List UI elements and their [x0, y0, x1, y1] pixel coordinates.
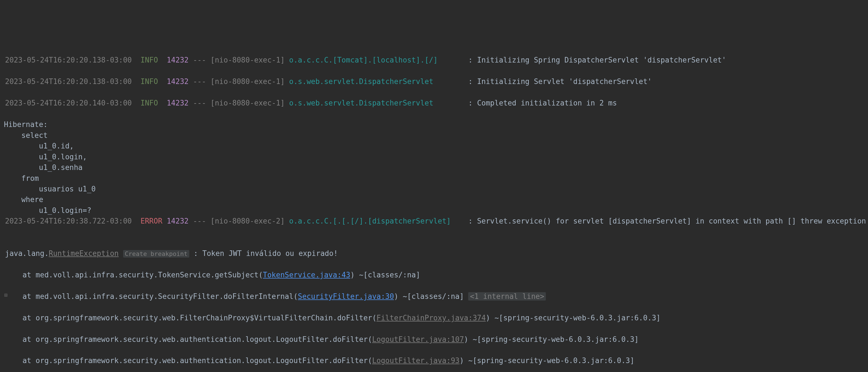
log-level: INFO	[141, 77, 162, 86]
sql-line: u1_0.login,	[4, 153, 87, 161]
pid: 14232	[167, 217, 188, 225]
log-line: 2023-05-24T16:20:20.140-03:00 INFO 14232…	[4, 98, 868, 108]
thread-name: [nio-8080-exec-2]	[211, 217, 285, 225]
log-line: 2023-05-24T16:20:20.138-03:00 INFO 14232…	[4, 55, 868, 65]
log-message: : Completed initialization in 2 ms	[464, 99, 617, 107]
source-link[interactable]: FilterChainProxy.java:374	[377, 314, 486, 322]
timestamp: 2023-05-24T16:20:38.722-03:00	[5, 217, 132, 225]
thread-name: [nio-8080-exec-1]	[211, 99, 285, 107]
logger-name: o.s.web.servlet.DispatcherServlet	[289, 77, 464, 86]
log-message: : Initializing Servlet 'dispatcherServle…	[464, 77, 652, 86]
stack-frame: at org.springframework.security.web.auth…	[4, 334, 868, 345]
log-level: ERROR	[141, 217, 162, 225]
sql-line: u1_0.id,	[4, 142, 74, 150]
sql-line: u1_0.login=?	[4, 206, 91, 215]
stack-frame: ⊞ at med.voll.api.infra.security.Securit…	[4, 291, 868, 302]
thread-name: [nio-8080-exec-1]	[211, 77, 285, 86]
sql-line: usuarios u1_0	[4, 185, 96, 193]
exception-class[interactable]: RuntimeException	[49, 249, 119, 257]
log-level: INFO	[141, 99, 162, 107]
log-line: 2023-05-24T16:20:38.722-03:00 ERROR 1423…	[4, 216, 868, 226]
timestamp: 2023-05-24T16:20:20.140-03:00	[5, 99, 132, 107]
log-level: INFO	[141, 56, 162, 64]
create-breakpoint-button[interactable]: Create breakpoint	[123, 250, 189, 257]
stack-frame-suffix: ) ~[spring-security-web-6.0.3.jar:6.0.3]	[464, 335, 639, 344]
collapsed-frames-badge[interactable]: <1 internal line>	[468, 292, 546, 301]
log-message: : Initializing Spring DispatcherServlet …	[464, 56, 726, 64]
source-link[interactable]: SecurityFilter.java:30	[298, 292, 394, 301]
source-link[interactable]: LogoutFilter.java:107	[372, 335, 464, 344]
timestamp: 2023-05-24T16:20:20.138-03:00	[5, 56, 132, 64]
stack-frame-text: at org.springframework.security.web.auth…	[5, 335, 372, 344]
pid: 14232	[167, 56, 188, 64]
stack-frame-text: at org.springframework.security.web.Filt…	[5, 314, 377, 322]
thread-name: [nio-8080-exec-1]	[211, 56, 285, 64]
stack-frame: at org.springframework.security.web.auth…	[4, 355, 868, 366]
log-message: : Servlet.service() for servlet [dispatc…	[464, 217, 866, 225]
timestamp: 2023-05-24T16:20:20.138-03:00	[5, 77, 132, 86]
source-link[interactable]: LogoutFilter.java:93	[372, 356, 460, 365]
stack-frame-text: at org.springframework.security.web.auth…	[5, 356, 372, 365]
sql-line: select	[4, 131, 48, 140]
separator: ---	[188, 99, 210, 107]
sql-line: u1_0.senha	[4, 163, 83, 172]
stack-frame: at org.springframework.security.web.Filt…	[4, 313, 868, 323]
stack-frame-suffix: ) ~[spring-security-web-6.0.3.jar:6.0.3]	[486, 314, 660, 322]
hibernate-header: Hibernate:	[4, 120, 48, 129]
sql-line: where	[4, 195, 43, 204]
logger-name: o.s.web.servlet.DispatcherServlet	[289, 99, 464, 107]
separator: ---	[188, 56, 210, 64]
sql-line: from	[4, 174, 39, 183]
exception-package: java.lang.	[5, 249, 49, 257]
logger-name: o.a.c.c.C.[.[.[/].[dispatcherServlet]	[289, 217, 464, 225]
stack-frame-suffix: ) ~[classes/:na]	[394, 292, 468, 301]
console-log-pane[interactable]: 2023-05-24T16:20:20.138-03:00 INFO 14232…	[0, 54, 868, 372]
expand-fold-icon[interactable]: ⊞	[4, 291, 8, 300]
stack-frame-suffix: ) ~[spring-security-web-6.0.3.jar:6.0.3]	[460, 356, 634, 365]
pid: 14232	[167, 77, 188, 86]
exception-message: : Token JWT inválido ou expirado!	[193, 249, 338, 257]
separator: ---	[188, 217, 210, 225]
source-link[interactable]: TokenService.java:43	[263, 271, 350, 279]
exception-header: java.lang.RuntimeException Create breakp…	[4, 248, 868, 259]
stack-frame-text: at med.voll.api.infra.security.SecurityF…	[5, 292, 298, 301]
separator: ---	[188, 77, 210, 86]
stack-frame-text: at med.voll.api.infra.security.TokenServ…	[5, 271, 263, 279]
stack-frame-suffix: ) ~[classes/:na]	[350, 271, 420, 279]
log-line: 2023-05-24T16:20:20.138-03:00 INFO 14232…	[4, 76, 868, 87]
logger-name: o.a.c.c.C.[Tomcat].[localhost].[/]	[289, 56, 464, 64]
pid: 14232	[167, 99, 188, 107]
stack-frame: at med.voll.api.infra.security.TokenServ…	[4, 270, 868, 280]
